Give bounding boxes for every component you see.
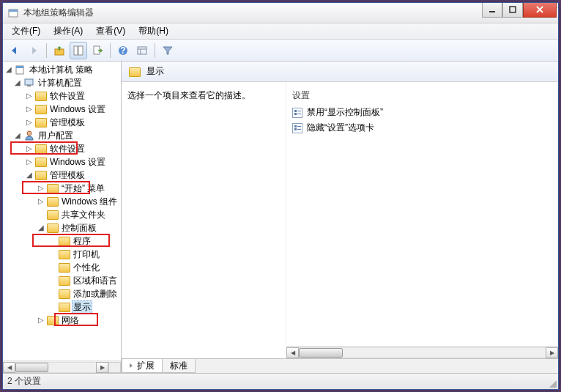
details-hscrollbar[interactable]: ◀ ▶ — [286, 346, 558, 358]
menu-help[interactable]: 帮助(H) — [133, 23, 174, 39]
expand-icon[interactable]: ▷ — [25, 145, 34, 152]
scroll-right-button[interactable]: ▶ — [96, 362, 108, 373]
computer-icon — [23, 77, 35, 89]
filter-button[interactable] — [159, 42, 177, 59]
expand-icon[interactable]: ▷ — [25, 119, 34, 126]
tree-item[interactable]: ▷Windows 设置 — [3, 103, 121, 116]
collapse-icon[interactable]: ◢ — [13, 132, 22, 139]
properties-button[interactable] — [70, 42, 87, 59]
expand-icon[interactable]: ▷ — [37, 317, 45, 324]
scroll-right-button[interactable]: ▶ — [546, 347, 558, 358]
toolbar: ? — [3, 40, 558, 62]
tree-item[interactable]: ▷软件设置 — [3, 89, 121, 103]
tree-item[interactable]: 添加或删除 — [3, 287, 121, 300]
scroll-track[interactable] — [15, 362, 96, 373]
up-button[interactable] — [51, 42, 68, 59]
resize-grip[interactable] — [548, 379, 557, 388]
folder-icon — [47, 314, 59, 326]
tree-item[interactable]: 区域和语言 — [3, 274, 121, 287]
setting-item[interactable]: 禁用“显示控制面板” — [286, 105, 558, 120]
expand-icon[interactable]: ▷ — [25, 158, 34, 166]
settings-header: 设置 — [286, 86, 558, 105]
tab-extended[interactable]: 扩展 — [122, 359, 163, 373]
expand-icon[interactable]: ▷ — [37, 185, 45, 192]
folder-icon — [47, 209, 59, 221]
svg-rect-14 — [16, 66, 23, 68]
svg-point-17 — [27, 131, 31, 136]
back-button[interactable] — [6, 42, 23, 59]
folder-icon — [35, 117, 47, 128]
tree-admin-templates[interactable]: ◢管理模板 — [3, 169, 121, 182]
tree: ◢ 本地计算机 策略 ◢ 计算机配置 ▷软件设置 ▷Windows 设置 ▷管理… — [3, 62, 121, 328]
folder-icon — [59, 262, 70, 273]
tree-item[interactable]: 程序 — [3, 234, 121, 248]
tree-control-panel[interactable]: ◢控制面板 — [3, 221, 121, 234]
svg-rect-15 — [25, 79, 33, 85]
tree-item[interactable]: 个性化 — [3, 261, 121, 274]
tree-item[interactable]: ▷管理模板 — [3, 116, 121, 129]
tree-item[interactable]: ▷软件设置 — [3, 142, 121, 155]
tree-item[interactable]: 共享文件夹 — [3, 208, 121, 221]
folder-icon — [59, 301, 70, 313]
tree-item[interactable]: ▷“开始” 菜单 — [3, 182, 121, 195]
collapse-icon[interactable]: ◢ — [25, 171, 34, 179]
policy-icon — [15, 64, 26, 75]
setting-item[interactable]: 隐藏“设置”选项卡 — [286, 120, 558, 136]
tree-item[interactable]: ▷Windows 设置 — [3, 155, 121, 169]
tree-item[interactable]: 打印机 — [3, 248, 121, 261]
export-button[interactable] — [89, 42, 106, 59]
show-hide-button[interactable] — [133, 42, 151, 59]
expand-icon[interactable]: ▷ — [37, 198, 45, 205]
tree-item[interactable]: ▷Windows 组件 — [3, 195, 121, 208]
tab-tick-icon — [130, 363, 134, 368]
minimize-button[interactable] — [482, 3, 502, 18]
details-title: 显示 — [146, 65, 164, 78]
app-window: 本地组策略编辑器 文件(F) 操作(A) 查看(V) 帮助(H) ? — [2, 2, 559, 390]
folder-icon — [47, 182, 59, 194]
tree-root[interactable]: ◢ 本地计算机 策略 — [3, 63, 121, 76]
scroll-left-button[interactable]: ◀ — [3, 362, 15, 373]
details-tabs: 扩展 标准 — [122, 358, 558, 373]
setting-label: 禁用“显示控制面板” — [307, 106, 383, 119]
tree-user-config[interactable]: ◢ 用户配置 — [3, 129, 121, 142]
collapse-icon[interactable]: ◢ — [4, 66, 13, 73]
app-icon — [7, 7, 19, 19]
settings-column: 设置 禁用“显示控制面板” 隐藏“设置”选项卡 — [286, 82, 558, 346]
tree-hscrollbar[interactable]: ◀ ▶ — [3, 360, 121, 373]
menu-action[interactable]: 操作(A) — [48, 23, 89, 39]
description-column: 选择一个项目来查看它的描述。 — [122, 82, 286, 346]
close-button[interactable] — [523, 3, 557, 18]
titlebar[interactable]: 本地组策略编辑器 — [3, 3, 558, 23]
collapse-icon[interactable]: ◢ — [13, 79, 22, 86]
expand-icon[interactable]: ▷ — [25, 106, 34, 113]
folder-icon — [47, 196, 59, 207]
menu-view[interactable]: 查看(V) — [90, 23, 131, 39]
scroll-thumb[interactable] — [299, 348, 343, 358]
help-button[interactable]: ? — [114, 42, 132, 59]
tree-item[interactable]: ▷网络 — [3, 314, 121, 327]
folder-icon — [35, 169, 47, 181]
tab-standard[interactable]: 标准 — [162, 359, 196, 373]
folder-icon — [35, 156, 47, 168]
scroll-left-button[interactable]: ◀ — [286, 347, 299, 358]
tree-computer-config[interactable]: ◢ 计算机配置 — [3, 76, 121, 89]
menu-file[interactable]: 文件(F) — [6, 23, 46, 39]
tree-display[interactable]: 显示 — [3, 300, 121, 314]
scroll-thumb[interactable] — [15, 363, 48, 372]
expand-icon[interactable]: ▷ — [25, 92, 34, 100]
forward-button[interactable] — [25, 42, 42, 59]
folder-icon — [59, 248, 70, 260]
toolbar-separator — [110, 43, 111, 58]
collapse-icon[interactable]: ◢ — [37, 224, 45, 232]
policy-item-icon — [292, 123, 302, 133]
svg-rect-10 — [138, 47, 146, 54]
tree-scroll[interactable]: ◢ 本地计算机 策略 ◢ 计算机配置 ▷软件设置 ▷Windows 设置 ▷管理… — [3, 62, 121, 360]
window-controls — [482, 3, 557, 18]
description-prompt: 选择一个项目来查看它的描述。 — [127, 89, 280, 102]
folder-icon — [59, 235, 70, 247]
folder-icon — [59, 288, 70, 300]
scroll-track[interactable] — [299, 347, 546, 358]
folder-icon — [129, 66, 141, 78]
svg-rect-6 — [78, 46, 83, 55]
maximize-button[interactable] — [502, 3, 523, 18]
